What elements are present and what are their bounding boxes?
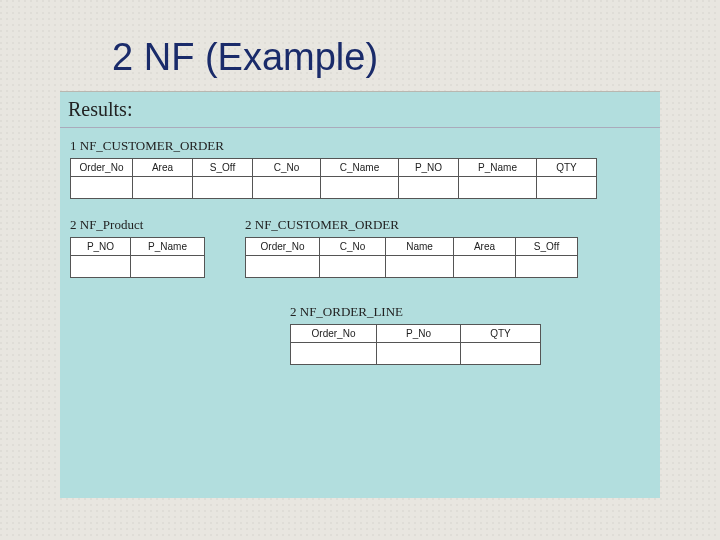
table-name-2nf-customer-order: 2 NF_CUSTOMER_ORDER	[245, 217, 578, 233]
table-1nf-customer-order: Order_No Area S_Off C_No C_Name P_NO P_N…	[70, 158, 597, 199]
slide: 2 NF (Example) Results: 1 NF_CUSTOMER_OR…	[0, 0, 720, 540]
table-2nf-customer-order: Order_No C_No Name Area S_Off	[245, 237, 578, 278]
table-name-1nf-customer-order: 1 NF_CUSTOMER_ORDER	[70, 138, 650, 154]
table-name-2nf-order-line: 2 NF_ORDER_LINE	[290, 304, 650, 320]
slide-title: 2 NF (Example)	[112, 36, 720, 79]
col-header: QTY	[461, 325, 541, 343]
col-header: Area	[454, 238, 516, 256]
col-header: P_Name	[459, 159, 537, 177]
col-header: P_No	[377, 325, 461, 343]
col-header: Order_No	[291, 325, 377, 343]
col-header: Order_No	[71, 159, 133, 177]
col-header: Name	[386, 238, 454, 256]
subtitle-band: Results:	[60, 92, 660, 128]
col-header: C_No	[253, 159, 321, 177]
table-2nf-order-line: Order_No P_No QTY	[290, 324, 541, 365]
block-2nf-customer-order: 2 NF_CUSTOMER_ORDER Order_No C_No Name A…	[245, 217, 578, 278]
col-header: C_Name	[321, 159, 399, 177]
subtitle: Results:	[68, 98, 660, 121]
col-header: QTY	[537, 159, 597, 177]
col-header: P_NO	[399, 159, 459, 177]
col-header: Order_No	[246, 238, 320, 256]
title-wrap: 2 NF (Example)	[0, 0, 720, 83]
col-header: P_NO	[71, 238, 131, 256]
table-name-2nf-product: 2 NF_Product	[70, 217, 205, 233]
content-area: 1 NF_CUSTOMER_ORDER Order_No Area S_Off …	[60, 128, 660, 498]
block-2nf-product: 2 NF_Product P_NO P_Name	[70, 217, 205, 278]
col-header: P_Name	[131, 238, 205, 256]
col-header: S_Off	[193, 159, 253, 177]
table-2nf-product: P_NO P_Name	[70, 237, 205, 278]
col-header: S_Off	[516, 238, 578, 256]
col-header: Area	[133, 159, 193, 177]
block-2nf-order-line: 2 NF_ORDER_LINE Order_No P_No QTY	[290, 304, 650, 365]
col-header: C_No	[320, 238, 386, 256]
